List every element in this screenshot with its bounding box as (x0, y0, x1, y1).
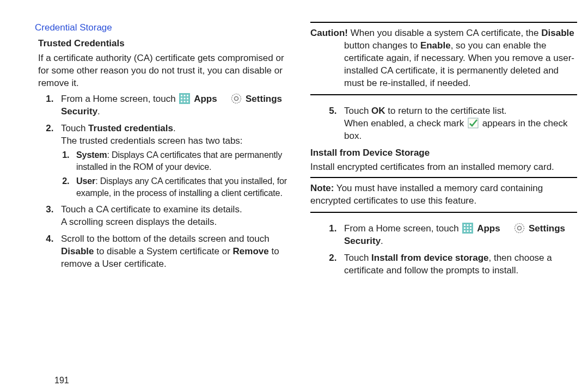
subheading-install-device-storage: Install from Device Storage (310, 147, 577, 160)
svg-rect-22 (470, 230, 471, 232)
step-3-line2: A scrolling screen displays the details. (61, 217, 217, 227)
svg-point-24 (518, 226, 522, 230)
caution-box: Caution! When you disable a system CA ce… (310, 22, 577, 95)
svg-rect-16 (470, 224, 471, 226)
bullet-user: User: Displays any CA certificates that … (74, 175, 294, 199)
step-2-bold: Trusted credentials (88, 123, 173, 133)
svg-rect-4 (181, 97, 182, 99)
checkmark-icon (468, 118, 479, 128)
note-label: Note: (310, 183, 334, 193)
bullet-system-label: System (76, 150, 107, 160)
step-2-continuation: The trusted credentials screen has two t… (61, 136, 243, 146)
svg-rect-7 (181, 101, 182, 102)
note-box: Note: You must have installed a memory c… (310, 177, 577, 213)
step-1: From a Home screen, touch Apps Settings … (59, 93, 294, 118)
step-5-c-a: When enabled, a check mark (344, 118, 467, 128)
step-3: Touch a CA certificate to examine its de… (59, 204, 294, 229)
svg-point-10 (232, 94, 241, 103)
apps-grid-icon (462, 223, 473, 234)
install-step-1: From a Home screen, touch Apps Settings … (342, 223, 577, 248)
caution-label: Caution! (310, 28, 348, 38)
svg-rect-18 (467, 228, 469, 229)
caution-text-b: button changes to (344, 40, 420, 51)
step-2: Touch Trusted credentials. The trusted c… (59, 122, 294, 199)
label-ok: OK (371, 106, 385, 116)
svg-rect-15 (467, 224, 469, 226)
section-heading-credential-storage: Credential Storage (35, 22, 294, 34)
svg-rect-14 (464, 224, 465, 226)
caution-enable: Enable (420, 40, 451, 51)
svg-point-11 (235, 96, 238, 100)
step-2-text-a: Touch (61, 123, 88, 133)
svg-rect-20 (464, 230, 465, 232)
step-4-a: Scroll to the bottom of the details scre… (61, 234, 270, 244)
bullet-system: System: Displays CA certificates that ar… (74, 149, 294, 173)
install-body-text: Install encrypted certificates from an i… (310, 161, 577, 174)
svg-rect-5 (184, 97, 186, 99)
install-step-2-bold: Install from device storage (371, 253, 488, 263)
step-5: Touch OK to return to the certificate li… (342, 105, 577, 143)
intro-text: If a certificate authority (CA) certific… (38, 52, 294, 90)
svg-rect-1 (181, 95, 182, 96)
step-5-b: to return to the certificate list. (385, 106, 507, 116)
install-step-2-a: Touch (344, 253, 371, 263)
label-apps: Apps (194, 94, 217, 104)
svg-rect-17 (464, 228, 465, 229)
label-apps: Apps (477, 223, 500, 234)
page-number: 191 (54, 376, 69, 385)
step-5-a: Touch (344, 106, 371, 116)
svg-rect-9 (187, 101, 188, 102)
settings-gear-icon (231, 93, 242, 104)
svg-rect-6 (187, 97, 188, 99)
label-settings: Settings (529, 223, 565, 234)
label-security: Security (61, 106, 97, 117)
bullet-system-text: : Displays CA certificates that are perm… (76, 150, 282, 171)
svg-rect-21 (467, 230, 469, 232)
svg-rect-2 (184, 95, 186, 96)
settings-gear-icon (514, 223, 525, 234)
note-text-a: You must have installed a memory card co… (310, 183, 543, 206)
step-2-text-b: . (173, 123, 176, 133)
step-3-line1: Touch a CA certificate to examine its de… (61, 204, 242, 215)
bullet-user-label: User (76, 176, 95, 186)
label-security: Security (344, 236, 381, 246)
subheading-trusted-credentials: Trusted Credentials (38, 38, 294, 50)
bullet-user-text: : Displays any CA certificates that you … (76, 176, 287, 198)
svg-rect-8 (184, 101, 186, 102)
install-step-1-prefix: From a Home screen, touch (344, 223, 461, 234)
svg-point-23 (515, 224, 524, 233)
caution-disable: Disable (541, 28, 574, 38)
step-4: Scroll to the bottom of the details scre… (59, 233, 294, 271)
label-remove: Remove (233, 246, 269, 256)
step-1-prefix: From a Home screen, touch (61, 94, 178, 104)
label-disable: Disable (61, 246, 94, 256)
svg-rect-3 (187, 95, 188, 96)
label-settings: Settings (246, 94, 282, 104)
svg-rect-19 (470, 228, 471, 229)
install-step-2: Touch Install from device storage, then … (342, 252, 577, 277)
step-4-b: to disable a System certificate or (94, 246, 232, 256)
caution-text-a: When you disable a system CA certificate… (348, 28, 541, 38)
apps-grid-icon (179, 93, 190, 104)
